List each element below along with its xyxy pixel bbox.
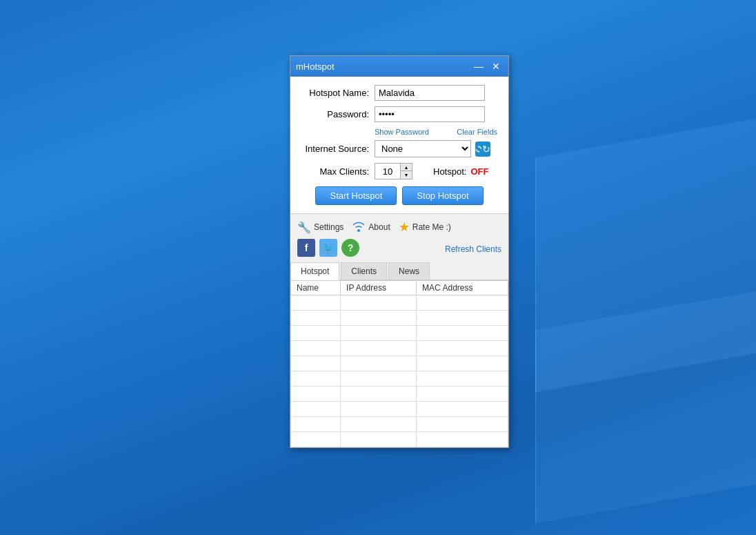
table-cell bbox=[341, 311, 417, 326]
table-cell bbox=[341, 326, 417, 341]
table-header: Name IP Address MAC Address bbox=[291, 281, 508, 295]
social-bottom-row: f 🐦 ? Refresh Clients bbox=[297, 239, 501, 260]
table-cell bbox=[417, 295, 508, 311]
refresh-clients-link[interactable]: Refresh Clients bbox=[445, 244, 501, 254]
table-cell bbox=[291, 356, 341, 371]
table-cell bbox=[341, 341, 417, 356]
table-cell bbox=[417, 311, 508, 326]
spinner-up-button[interactable]: ▲ bbox=[401, 164, 412, 171]
table-cell bbox=[291, 387, 341, 402]
table-cell bbox=[341, 295, 417, 311]
max-clients-label: Max Clients: bbox=[299, 166, 375, 177]
title-bar: mHotspot — ✕ bbox=[290, 56, 508, 77]
table-header-row: Name IP Address MAC Address bbox=[291, 281, 508, 295]
tab-clients[interactable]: Clients bbox=[341, 262, 387, 280]
hotspot-name-label: Hotspot Name: bbox=[299, 88, 375, 98]
about-label: About bbox=[368, 222, 390, 232]
col-name: Name bbox=[291, 281, 341, 295]
table-cell bbox=[417, 371, 508, 387]
minimize-button[interactable]: — bbox=[471, 61, 486, 71]
max-clients-row: Max Clients: ▲ ▼ Hotspot: OFF bbox=[299, 163, 500, 179]
table-cell bbox=[341, 417, 417, 432]
hotspot-status: Hotspot: OFF bbox=[433, 166, 488, 177]
table-cell bbox=[417, 402, 508, 417]
password-row: Password: bbox=[299, 106, 500, 122]
table-cell bbox=[291, 311, 341, 326]
start-hotspot-button[interactable]: Start Hotspot bbox=[315, 186, 397, 205]
table-cell bbox=[291, 402, 341, 417]
clients-table-container: Name IP Address MAC Address bbox=[290, 280, 508, 447]
table-row bbox=[291, 341, 508, 356]
tab-hotspot[interactable]: Hotspot bbox=[290, 262, 339, 280]
internet-source-label: Internet Source: bbox=[299, 144, 375, 154]
table-cell bbox=[341, 432, 417, 447]
table-row bbox=[291, 387, 508, 402]
table-cell bbox=[341, 356, 417, 371]
hotspot-status-value: OFF bbox=[470, 166, 488, 177]
password-label: Password: bbox=[299, 109, 375, 119]
col-ip: IP Address bbox=[341, 281, 417, 295]
table-cell bbox=[417, 356, 508, 371]
password-input[interactable] bbox=[375, 106, 485, 122]
settings-icon: 🔧 bbox=[297, 221, 311, 234]
clients-table: Name IP Address MAC Address bbox=[290, 280, 508, 447]
twitter-icon: 🐦 bbox=[323, 243, 334, 253]
hotspot-name-input[interactable] bbox=[375, 85, 485, 101]
internet-source-select[interactable]: None Wi-Fi Ethernet bbox=[375, 140, 471, 157]
tab-news[interactable]: News bbox=[388, 262, 430, 280]
table-body bbox=[291, 295, 508, 447]
close-button[interactable]: ✕ bbox=[489, 61, 503, 71]
clear-fields-link[interactable]: Clear Fields bbox=[457, 128, 497, 136]
facebook-icon: f bbox=[305, 242, 308, 253]
table-row bbox=[291, 295, 508, 311]
table-row bbox=[291, 402, 508, 417]
settings-label: Settings bbox=[314, 222, 344, 232]
toolbar-left: 🔧 Settings About ★ Rate Me : bbox=[297, 220, 451, 235]
stop-hotspot-button[interactable]: Stop Hotspot bbox=[402, 186, 483, 205]
show-password-link[interactable]: Show Password bbox=[375, 128, 429, 136]
table-row bbox=[291, 417, 508, 432]
table-cell bbox=[291, 371, 341, 387]
spinner-arrows: ▲ ▼ bbox=[400, 164, 412, 179]
spinner-down-button[interactable]: ▼ bbox=[401, 171, 412, 179]
refresh-source-button[interactable]: ↻ bbox=[475, 142, 490, 157]
refresh-icon-symbol: ↻ bbox=[482, 144, 490, 155]
help-button[interactable]: ? bbox=[341, 239, 359, 257]
tabs-bar: Hotspot Clients News bbox=[290, 262, 508, 280]
table-cell bbox=[417, 387, 508, 402]
table-cell bbox=[417, 432, 508, 447]
hotspot-name-row: Hotspot Name: bbox=[299, 85, 500, 101]
rate-label: Rate Me :) bbox=[412, 222, 451, 232]
table-cell bbox=[291, 295, 341, 311]
table-cell bbox=[291, 417, 341, 432]
col-mac: MAC Address bbox=[417, 281, 508, 295]
settings-item[interactable]: 🔧 Settings bbox=[297, 221, 344, 234]
refresh-icon bbox=[475, 144, 482, 154]
star-icon: ★ bbox=[399, 220, 410, 235]
title-bar-controls: — ✕ bbox=[471, 61, 503, 71]
hotspot-status-label: Hotspot: bbox=[433, 166, 466, 177]
table-cell bbox=[291, 341, 341, 356]
table-cell bbox=[341, 402, 417, 417]
table-row bbox=[291, 326, 508, 341]
about-item[interactable]: About bbox=[352, 221, 390, 234]
bottom-panel: 🔧 Settings About ★ Rate Me : bbox=[290, 214, 508, 262]
table-cell bbox=[417, 417, 508, 432]
internet-source-row: Internet Source: None Wi-Fi Ethernet ↻ bbox=[299, 140, 500, 157]
max-clients-input[interactable] bbox=[375, 164, 400, 179]
twitter-button[interactable]: 🐦 bbox=[319, 239, 337, 257]
table-row bbox=[291, 432, 508, 447]
table-cell bbox=[291, 432, 341, 447]
window-title: mHotspot bbox=[296, 61, 335, 72]
about-wifi-svg bbox=[352, 221, 366, 232]
facebook-button[interactable]: f bbox=[297, 239, 315, 257]
table-row bbox=[291, 356, 508, 371]
table-cell bbox=[341, 387, 417, 402]
wifi-icon bbox=[352, 221, 366, 234]
table-cell bbox=[417, 326, 508, 341]
max-clients-spinner: ▲ ▼ bbox=[375, 163, 412, 179]
form-content: Hotspot Name: Password: Show Password Cl… bbox=[290, 77, 508, 214]
table-row bbox=[291, 311, 508, 326]
table-cell bbox=[341, 371, 417, 387]
rate-item[interactable]: ★ Rate Me :) bbox=[399, 220, 451, 235]
